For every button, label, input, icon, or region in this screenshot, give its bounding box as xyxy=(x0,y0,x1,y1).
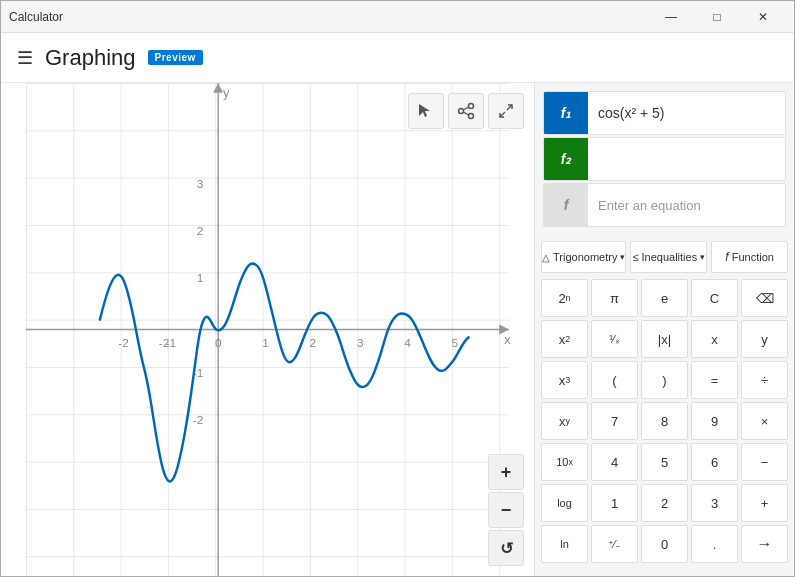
trig-icon: △ xyxy=(542,252,550,263)
key-decimal[interactable]: . xyxy=(691,525,738,563)
svg-text:-2: -2 xyxy=(193,413,204,427)
key-enter[interactable]: → xyxy=(741,525,788,563)
maximize-button[interactable]: □ xyxy=(694,1,740,33)
key-add[interactable]: + xyxy=(741,484,788,522)
key-clear[interactable]: C xyxy=(691,279,738,317)
right-panel: f₁ cos(x² + 5) f₂ f Enter an equat xyxy=(534,83,794,576)
trig-label: Trigonometry xyxy=(553,251,617,263)
key-10x[interactable]: 10x xyxy=(541,443,588,481)
key-xy[interactable]: xy xyxy=(541,402,588,440)
key-equals[interactable]: = xyxy=(691,361,738,399)
app-header: ☰ Graphing Preview xyxy=(1,33,794,83)
key-close-paren[interactable]: ) xyxy=(641,361,688,399)
app-title: Calculator xyxy=(9,10,63,24)
key-5[interactable]: 5 xyxy=(641,443,688,481)
key-2[interactable]: 2 xyxy=(641,484,688,522)
category-row: △ Trigonometry ▾ ≤ Inequalities ▾ f Func… xyxy=(541,241,788,273)
keypad-grid: 2n π e C ⌫ x2 ¹⁄ₓ |x| x y x3 ( ) = ÷ xy xyxy=(541,279,788,563)
key-divide[interactable]: ÷ xyxy=(741,361,788,399)
key-pi[interactable]: π xyxy=(591,279,638,317)
key-1x[interactable]: ¹⁄ₓ xyxy=(591,320,638,358)
key-9[interactable]: 9 xyxy=(691,402,738,440)
preview-badge: Preview xyxy=(148,50,203,65)
equation-list: f₁ cos(x² + 5) f₂ f Enter an equat xyxy=(535,83,794,235)
key-0[interactable]: 0 xyxy=(641,525,688,563)
svg-text:-2: -2 xyxy=(118,336,129,350)
category-trigonometry-button[interactable]: △ Trigonometry ▾ xyxy=(541,241,626,273)
key-6[interactable]: 6 xyxy=(691,443,738,481)
svg-text:0: 0 xyxy=(215,336,222,350)
titlebar: Calculator — □ ✕ xyxy=(1,1,794,33)
app-window: Calculator — □ ✕ ☰ Graphing Preview xyxy=(0,0,795,577)
page-title: Graphing xyxy=(45,45,136,71)
key-log[interactable]: log xyxy=(541,484,588,522)
category-inequalities-button[interactable]: ≤ Inequalities ▾ xyxy=(630,241,707,273)
key-abs[interactable]: |x| xyxy=(641,320,688,358)
zoom-controls: + − ↺ xyxy=(488,454,524,566)
menu-icon[interactable]: ☰ xyxy=(17,47,33,69)
key-x[interactable]: x xyxy=(691,320,738,358)
minimize-button[interactable]: — xyxy=(648,1,694,33)
svg-text:4: 4 xyxy=(404,336,411,350)
key-8[interactable]: 8 xyxy=(641,402,688,440)
key-y[interactable]: y xyxy=(741,320,788,358)
key-4[interactable]: 4 xyxy=(591,443,638,481)
svg-line-5 xyxy=(463,112,468,115)
graph-toolbar xyxy=(408,93,524,129)
key-e[interactable]: e xyxy=(641,279,688,317)
key-multiply[interactable]: × xyxy=(741,402,788,440)
svg-text:1: 1 xyxy=(262,336,269,350)
svg-point-1 xyxy=(469,104,474,109)
close-button[interactable]: ✕ xyxy=(740,1,786,33)
ineq-label: Inequalities xyxy=(641,251,697,263)
keyboard-section: △ Trigonometry ▾ ≤ Inequalities ▾ f Func… xyxy=(535,235,794,576)
equation-expression-f1[interactable]: cos(x² + 5) xyxy=(588,105,785,121)
graph-area: x y -2 -2 -1 0 1 2 3 4 5 3 2 1 -1 -2 xyxy=(1,83,534,576)
expand-tool-button[interactable] xyxy=(488,93,524,129)
svg-text:3: 3 xyxy=(197,177,204,191)
key-subtract[interactable]: − xyxy=(741,443,788,481)
select-tool-button[interactable] xyxy=(408,93,444,129)
trig-dropdown-icon: ▾ xyxy=(620,252,625,262)
svg-marker-0 xyxy=(419,104,430,117)
equation-color-f3[interactable]: f xyxy=(544,183,588,227)
key-3[interactable]: 3 xyxy=(691,484,738,522)
svg-line-4 xyxy=(463,107,468,110)
graph-canvas: x y -2 -2 -1 0 1 2 3 4 5 3 2 1 -1 -2 xyxy=(1,83,534,576)
zoom-in-button[interactable]: + xyxy=(488,454,524,490)
key-negate[interactable]: ⁺∕₋ xyxy=(591,525,638,563)
key-1[interactable]: 1 xyxy=(591,484,638,522)
zoom-out-button[interactable]: − xyxy=(488,492,524,528)
key-backspace[interactable]: ⌫ xyxy=(741,279,788,317)
svg-text:2: 2 xyxy=(310,336,317,350)
key-7[interactable]: 7 xyxy=(591,402,638,440)
svg-text:1: 1 xyxy=(197,271,204,285)
ineq-dropdown-icon: ▾ xyxy=(700,252,705,262)
key-ln[interactable]: ln xyxy=(541,525,588,563)
key-x3[interactable]: x3 xyxy=(541,361,588,399)
svg-text:3: 3 xyxy=(357,336,364,350)
category-function-button[interactable]: f Function xyxy=(711,241,788,273)
titlebar-left: Calculator xyxy=(9,10,63,24)
equation-label-f3: f xyxy=(564,197,569,213)
ineq-icon: ≤ xyxy=(632,251,638,263)
zoom-reset-button[interactable]: ↺ xyxy=(488,530,524,566)
equation-label-f1: f₁ xyxy=(561,105,572,121)
svg-point-3 xyxy=(469,114,474,119)
svg-text:2: 2 xyxy=(197,224,204,238)
share-tool-button[interactable] xyxy=(448,93,484,129)
equation-item-f3: f Enter an equation xyxy=(543,183,786,227)
titlebar-controls: — □ ✕ xyxy=(648,1,786,33)
equation-item-f1: f₁ cos(x² + 5) xyxy=(543,91,786,135)
func-icon: f xyxy=(725,250,728,264)
equation-placeholder-f3[interactable]: Enter an equation xyxy=(588,198,785,213)
equation-color-f1[interactable]: f₁ xyxy=(544,91,588,135)
svg-text:x: x xyxy=(504,332,511,347)
equation-color-f2[interactable]: f₂ xyxy=(544,137,588,181)
svg-point-2 xyxy=(459,109,464,114)
key-2n[interactable]: 2n xyxy=(541,279,588,317)
key-open-paren[interactable]: ( xyxy=(591,361,638,399)
key-x2[interactable]: x2 xyxy=(541,320,588,358)
svg-text:-1: -1 xyxy=(166,336,177,350)
func-label: Function xyxy=(732,251,774,263)
